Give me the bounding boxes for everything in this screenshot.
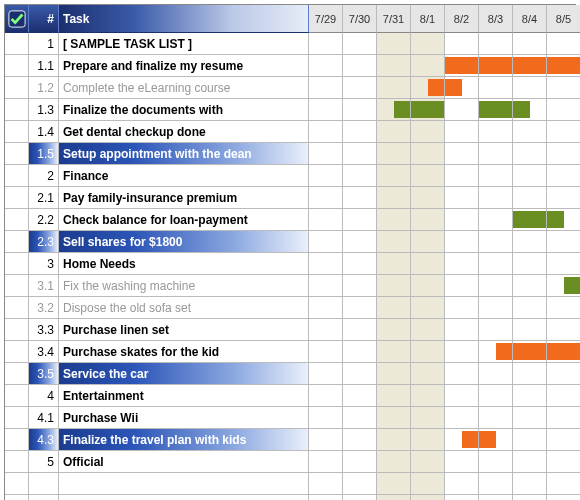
gantt-cell[interactable] (377, 451, 411, 473)
gantt-cell[interactable] (445, 407, 479, 429)
gantt-cell[interactable] (547, 121, 580, 143)
gantt-cell[interactable] (445, 385, 479, 407)
gantt-cell[interactable] (343, 275, 377, 297)
check-cell[interactable] (5, 385, 29, 407)
task-cell[interactable]: Pay family-insurance premium (59, 187, 309, 209)
gantt-cell[interactable] (445, 341, 479, 363)
gantt-cell[interactable] (513, 275, 547, 297)
gantt-cell[interactable] (343, 33, 377, 55)
date-header-4[interactable]: 8/2 (445, 5, 479, 33)
gantt-cell[interactable] (411, 341, 445, 363)
gantt-cell[interactable] (377, 209, 411, 231)
gantt-cell[interactable] (343, 143, 377, 165)
gantt-cell[interactable] (445, 297, 479, 319)
gantt-cell[interactable] (343, 363, 377, 385)
gantt-cell[interactable] (343, 429, 377, 451)
gantt-cell[interactable] (309, 187, 343, 209)
check-cell[interactable] (5, 33, 29, 55)
gantt-cell[interactable] (513, 55, 547, 77)
gantt-cell[interactable] (479, 473, 513, 495)
gantt-bar[interactable] (547, 57, 580, 74)
task-cell[interactable]: [ SAMPLE TASK LIST ] (59, 33, 309, 55)
task-cell[interactable] (59, 473, 309, 495)
date-header-5[interactable]: 8/3 (479, 5, 513, 33)
gantt-cell[interactable] (445, 429, 479, 451)
gantt-cell[interactable] (513, 473, 547, 495)
gantt-cell[interactable] (445, 451, 479, 473)
date-header-2[interactable]: 7/31 (377, 5, 411, 33)
gantt-cell[interactable] (479, 451, 513, 473)
gantt-bar[interactable] (428, 79, 445, 96)
date-header-6[interactable]: 8/4 (513, 5, 547, 33)
gantt-cell[interactable] (547, 319, 580, 341)
gantt-cell[interactable] (377, 275, 411, 297)
gantt-cell[interactable] (445, 363, 479, 385)
task-cell[interactable]: Sell shares for $1800 (59, 231, 309, 253)
gantt-bar[interactable] (564, 277, 581, 294)
gantt-bar[interactable] (394, 101, 411, 118)
gantt-cell[interactable] (547, 231, 580, 253)
gantt-cell[interactable] (377, 363, 411, 385)
task-cell[interactable]: Create similar plan for office tasks (59, 495, 309, 500)
gantt-cell[interactable] (411, 253, 445, 275)
gantt-cell[interactable] (547, 363, 580, 385)
date-header-1[interactable]: 7/30 (343, 5, 377, 33)
gantt-cell[interactable] (343, 385, 377, 407)
task-cell[interactable]: Official (59, 451, 309, 473)
gantt-cell[interactable] (547, 341, 580, 363)
gantt-cell[interactable] (309, 231, 343, 253)
gantt-cell[interactable] (513, 297, 547, 319)
gantt-cell[interactable] (547, 385, 580, 407)
task-cell[interactable]: Finance (59, 165, 309, 187)
check-cell[interactable] (5, 99, 29, 121)
gantt-cell[interactable] (309, 341, 343, 363)
check-cell[interactable] (5, 275, 29, 297)
gantt-cell[interactable] (377, 429, 411, 451)
gantt-bar[interactable] (479, 101, 512, 118)
gantt-cell[interactable] (547, 55, 580, 77)
gantt-cell[interactable] (479, 33, 513, 55)
gantt-cell[interactable] (479, 99, 513, 121)
gantt-cell[interactable] (547, 165, 580, 187)
gantt-cell[interactable] (343, 165, 377, 187)
gantt-cell[interactable] (547, 99, 580, 121)
task-cell[interactable]: Get dental checkup done (59, 121, 309, 143)
gantt-cell[interactable] (377, 143, 411, 165)
gantt-cell[interactable] (479, 407, 513, 429)
gantt-cell[interactable] (547, 451, 580, 473)
gantt-cell[interactable] (445, 143, 479, 165)
task-cell[interactable]: Purchase Wii (59, 407, 309, 429)
gantt-cell[interactable] (309, 407, 343, 429)
gantt-cell[interactable] (411, 363, 445, 385)
gantt-cell[interactable] (547, 253, 580, 275)
gantt-bar[interactable] (445, 79, 462, 96)
gantt-cell[interactable] (377, 121, 411, 143)
task-cell[interactable]: Complete the eLearning course (59, 77, 309, 99)
gantt-cell[interactable] (513, 319, 547, 341)
gantt-cell[interactable] (547, 209, 580, 231)
gantt-cell[interactable] (411, 55, 445, 77)
gantt-cell[interactable] (377, 319, 411, 341)
gantt-cell[interactable] (411, 209, 445, 231)
gantt-cell[interactable] (309, 143, 343, 165)
gantt-cell[interactable] (309, 165, 343, 187)
gantt-cell[interactable] (309, 209, 343, 231)
gantt-cell[interactable] (513, 407, 547, 429)
gantt-cell[interactable] (309, 121, 343, 143)
gantt-cell[interactable] (445, 165, 479, 187)
check-cell[interactable] (5, 495, 29, 500)
gantt-cell[interactable] (411, 473, 445, 495)
gantt-cell[interactable] (343, 297, 377, 319)
gantt-cell[interactable] (343, 495, 377, 500)
check-cell[interactable] (5, 451, 29, 473)
gantt-cell[interactable] (479, 385, 513, 407)
gantt-cell[interactable] (377, 385, 411, 407)
gantt-cell[interactable] (547, 33, 580, 55)
gantt-cell[interactable] (547, 275, 580, 297)
gantt-cell[interactable] (479, 429, 513, 451)
gantt-cell[interactable] (309, 33, 343, 55)
check-cell[interactable] (5, 55, 29, 77)
gantt-cell[interactable] (343, 121, 377, 143)
gantt-cell[interactable] (309, 385, 343, 407)
gantt-cell[interactable] (411, 121, 445, 143)
